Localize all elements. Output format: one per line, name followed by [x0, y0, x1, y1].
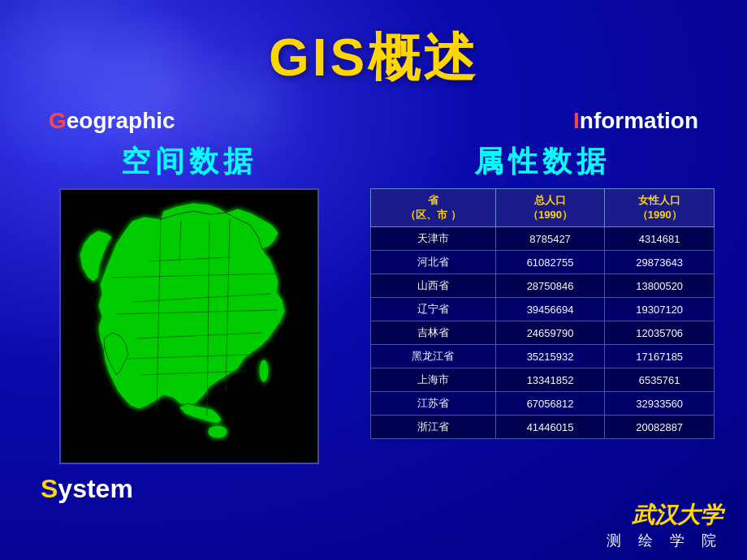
geographic-label: Geographic [49, 108, 175, 134]
right-panel: 属性数据 省（区、市 ） 总人口（1990） 女性人口（1990） 天津市878… [370, 142, 715, 504]
table-cell: 山西省 [370, 274, 495, 298]
table-cell: 32933560 [605, 392, 715, 416]
svg-point-6 [208, 425, 227, 438]
table-cell: 6535761 [605, 368, 715, 392]
table-cell: 河北省 [370, 251, 495, 274]
table-cell: 28750846 [495, 274, 605, 298]
table-row: 山西省2875084613800520 [370, 274, 714, 298]
table-cell: 61082755 [495, 251, 605, 274]
table-row: 江苏省6705681232933560 [370, 392, 714, 416]
table-cell: 8785427 [495, 227, 605, 251]
table-cell: 12035706 [605, 321, 715, 345]
table-cell: 上海市 [370, 368, 495, 392]
page-title: GIS概述 [0, 0, 747, 93]
table-row: 天津市87854274314681 [370, 227, 714, 251]
table-cell: 江苏省 [370, 392, 495, 416]
data-table: 省（区、市 ） 总人口（1990） 女性人口（1990） 天津市87854274… [370, 188, 715, 439]
col-header-female: 女性人口（1990） [605, 189, 715, 227]
col-header-population: 总人口（1990） [495, 189, 605, 227]
info-rest: nformation [580, 108, 698, 133]
spatial-title: 空间数据 [121, 142, 257, 182]
table-cell: 24659790 [495, 321, 605, 345]
table-cell: 67056812 [495, 392, 605, 416]
watermark: 武汉大学 测 绘 学 院 [607, 500, 723, 550]
table-row: 黑龙江省3521593217167185 [370, 345, 714, 368]
table-cell: 浙江省 [370, 416, 495, 439]
geo-rest: eographic [67, 108, 175, 133]
table-row: 吉林省2465979012035706 [370, 321, 714, 345]
table-cell: 13800520 [605, 274, 715, 298]
system-first-letter: S [41, 474, 58, 503]
watermark-department: 测 绘 学 院 [607, 531, 723, 550]
table-cell: 17167185 [605, 345, 715, 368]
table-cell: 4314681 [605, 227, 715, 251]
table-cell: 29873643 [605, 251, 715, 274]
system-label: System [32, 474, 133, 504]
svg-point-7 [259, 360, 269, 382]
svg-marker-0 [98, 211, 285, 409]
svg-marker-5 [179, 403, 222, 424]
china-map [67, 196, 311, 456]
table-cell: 13341852 [495, 368, 605, 392]
left-panel: 空间数据 [32, 142, 346, 504]
table-cell: 20082887 [605, 416, 715, 439]
info-first-letter: I [573, 108, 580, 133]
table-cell: 天津市 [370, 227, 495, 251]
table-cell: 黑龙江省 [370, 345, 495, 368]
table-cell: 19307120 [605, 298, 715, 321]
table-row: 浙江省4144601520082887 [370, 416, 714, 439]
attr-title: 属性数据 [370, 142, 715, 182]
table-cell: 41446015 [495, 416, 605, 439]
table-header-row: 省（区、市 ） 总人口（1990） 女性人口（1990） [370, 189, 714, 227]
map-container [59, 188, 319, 464]
table-cell: 39456694 [495, 298, 605, 321]
labels-row: Geographic Information [0, 93, 747, 134]
information-label: Information [573, 108, 698, 134]
geo-first-letter: G [49, 108, 67, 133]
table-row: 上海市133418526535761 [370, 368, 714, 392]
table-row: 河北省6108275529873643 [370, 251, 714, 274]
watermark-university: 武汉大学 [607, 500, 723, 531]
table-row: 辽宁省3945669419307120 [370, 298, 714, 321]
table-cell: 辽宁省 [370, 298, 495, 321]
col-header-province: 省（区、市 ） [370, 189, 495, 227]
main-content: 空间数据 [0, 134, 747, 504]
table-cell: 吉林省 [370, 321, 495, 345]
system-rest: ystem [58, 474, 133, 503]
table-cell: 35215932 [495, 345, 605, 368]
